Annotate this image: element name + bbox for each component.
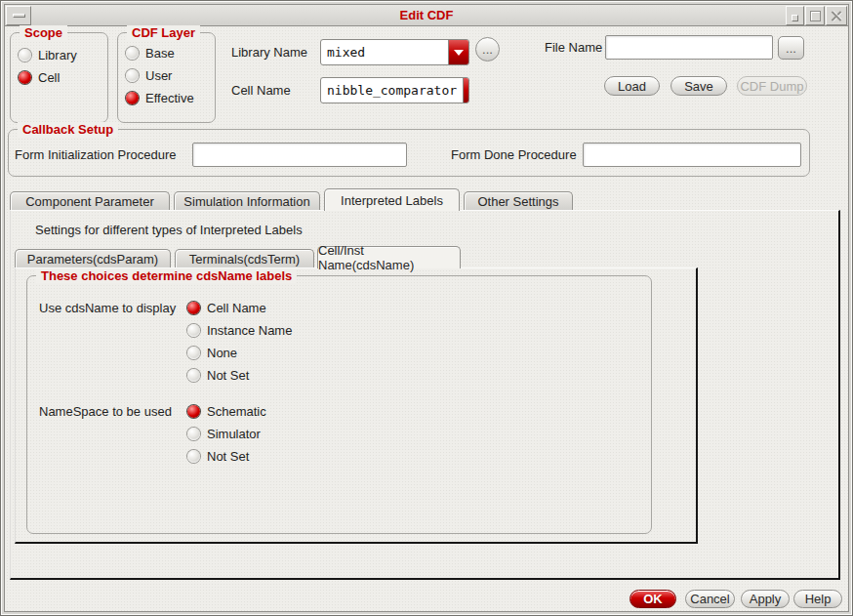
- cell-name-combobox[interactable]: nibble_comparator: [320, 77, 469, 103]
- library-browse-button[interactable]: ...: [475, 37, 500, 62]
- radio-icon[interactable]: [187, 405, 200, 418]
- load-button[interactable]: Load: [604, 76, 660, 96]
- radio-label: None: [207, 346, 237, 360]
- form-done-input[interactable]: [583, 143, 801, 167]
- radio-option-cell-name[interactable]: Cell Name: [187, 301, 266, 315]
- file-name-input[interactable]: [605, 35, 773, 60]
- radio-icon[interactable]: [19, 49, 31, 62]
- minimize-icon: [792, 15, 798, 21]
- radio-option-user[interactable]: User: [126, 68, 172, 83]
- radio-option-instance-name[interactable]: Instance Name: [187, 323, 292, 338]
- radio-icon[interactable]: [126, 69, 139, 82]
- radio-label: Base: [145, 46, 175, 61]
- radio-label: Simulator: [207, 427, 261, 441]
- library-name-value[interactable]: mixed: [321, 40, 448, 64]
- scope-group-legend: Scope: [20, 25, 67, 40]
- radio-label: Instance Name: [207, 323, 292, 338]
- form-done-label: Form Done Procedure: [451, 147, 577, 162]
- dropdown-arrow-icon: [468, 88, 469, 94]
- radio-option-simulator[interactable]: Simulator: [187, 427, 261, 441]
- radio-option-not-set-namespace[interactable]: Not Set: [187, 449, 249, 464]
- tab-interpreted-labels[interactable]: Interpreted Labels: [324, 188, 460, 211]
- radio-option-effective[interactable]: Effective: [126, 91, 194, 105]
- tab-simulation-information[interactable]: Simulation Information: [174, 191, 320, 210]
- library-name-combobox[interactable]: mixed: [320, 39, 469, 65]
- radio-label: Not Set: [207, 449, 249, 464]
- namespace-label: NameSpace to be used: [39, 404, 172, 419]
- form-init-label: Form Initialization Procedure: [15, 147, 176, 162]
- subtab-cell-inst-name-cdsname[interactable]: Cell/Inst Name(cdsName): [317, 246, 461, 268]
- tab-component-parameter[interactable]: Component Parameter: [10, 191, 170, 210]
- form-init-input[interactable]: [192, 143, 407, 167]
- file-browse-button[interactable]: ...: [778, 36, 804, 60]
- scope-group: Scope Library Cell: [10, 32, 108, 123]
- tab-other-settings[interactable]: Other Settings: [464, 191, 573, 210]
- radio-label: Effective: [145, 91, 194, 105]
- use-cdsname-label: Use cdsName to display: [39, 301, 176, 315]
- radio-option-library[interactable]: Library: [19, 48, 77, 62]
- maximize-icon: [810, 11, 821, 21]
- help-button[interactable]: Help: [793, 590, 842, 608]
- cdsname-choices-group: These choices determine cdsName labels U…: [26, 275, 652, 534]
- cdf-dump-button: CDF Dump: [737, 76, 807, 96]
- radio-icon[interactable]: [187, 302, 200, 314]
- cell-name-label: Cell Name: [231, 83, 291, 98]
- close-icon: [831, 10, 843, 22]
- radio-label: Cell: [38, 70, 60, 85]
- radio-option-schematic[interactable]: Schematic: [187, 404, 266, 419]
- cancel-button[interactable]: Cancel: [685, 590, 735, 608]
- window-title: Edit CDF: [5, 5, 848, 26]
- radio-option-base[interactable]: Base: [126, 46, 175, 61]
- radio-icon[interactable]: [187, 324, 200, 337]
- dropdown-arrow-icon: [454, 50, 464, 56]
- interpreted-labels-intro: Settings for different types of Interpre…: [35, 223, 303, 237]
- radio-label: Not Set: [207, 368, 249, 383]
- interpreted-labels-panel: Settings for different types of Interpre…: [10, 210, 840, 580]
- window-menu-button[interactable]: [6, 6, 31, 25]
- edit-cdf-dialog: Edit CDF Scope Library Cell CDF Layer Ba: [0, 0, 853, 616]
- radio-icon[interactable]: [187, 369, 200, 382]
- cdsname-choices-legend: These choices determine cdsName labels: [36, 268, 297, 283]
- subtab-parameters-cdsparam[interactable]: Parameters(cdsParam): [15, 249, 171, 267]
- cdsname-subpanel: These choices determine cdsName labels U…: [15, 267, 698, 544]
- minimize-button[interactable]: [786, 6, 804, 25]
- close-button[interactable]: [826, 6, 847, 25]
- title-bar: Edit CDF: [5, 5, 848, 26]
- apply-button[interactable]: Apply: [741, 590, 790, 608]
- cell-dropdown-button[interactable]: [463, 78, 469, 103]
- maximize-button[interactable]: [805, 6, 825, 25]
- ok-button[interactable]: OK: [630, 590, 676, 608]
- radio-icon[interactable]: [19, 71, 31, 84]
- radio-option-not-set-display[interactable]: Not Set: [187, 368, 249, 383]
- cdf-layer-group: CDF Layer Base User Effective: [117, 32, 216, 123]
- subtab-terminals-cdsterm[interactable]: Terminals(cdsTerm): [175, 249, 314, 267]
- cell-name-value[interactable]: nibble_comparator: [321, 78, 463, 103]
- radio-icon[interactable]: [187, 450, 200, 463]
- window-menu-icon: [13, 14, 25, 18]
- callback-setup-group: Callback Setup Form Initialization Proce…: [8, 129, 810, 177]
- radio-icon[interactable]: [187, 428, 200, 440]
- radio-option-none[interactable]: None: [187, 346, 237, 360]
- cdf-layer-group-legend: CDF Layer: [127, 25, 200, 40]
- save-button[interactable]: Save: [670, 76, 727, 96]
- radio-icon[interactable]: [126, 47, 139, 60]
- radio-label: Cell Name: [207, 301, 266, 315]
- radio-label: User: [145, 68, 172, 83]
- library-name-label: Library Name: [231, 45, 307, 60]
- file-name-label: File Name: [545, 40, 602, 55]
- radio-icon[interactable]: [187, 347, 200, 359]
- callback-setup-legend: Callback Setup: [18, 122, 118, 137]
- radio-label: Schematic: [207, 404, 266, 419]
- library-dropdown-button[interactable]: [448, 40, 468, 64]
- radio-icon[interactable]: [126, 92, 139, 104]
- radio-label: Library: [38, 48, 77, 62]
- radio-option-cell[interactable]: Cell: [19, 70, 60, 85]
